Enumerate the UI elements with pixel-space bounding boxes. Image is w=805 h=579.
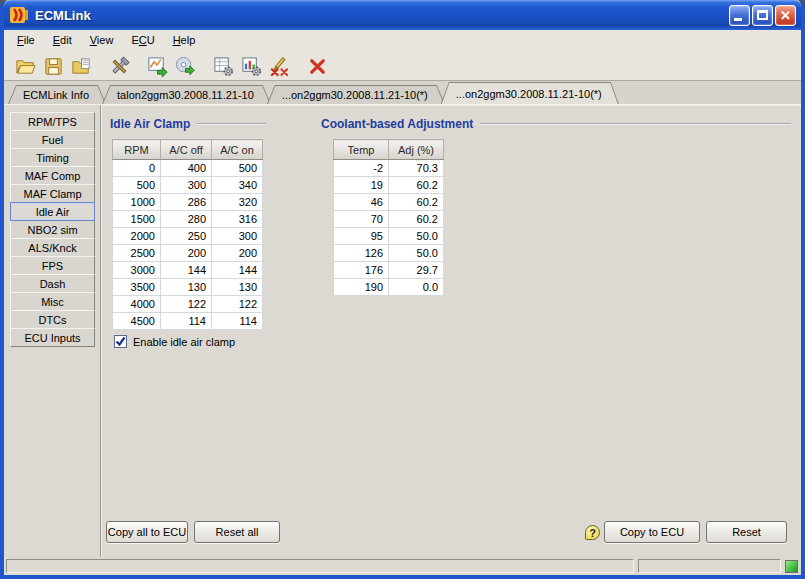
table-cell[interactable]: 114	[161, 313, 212, 330]
enable-idle-air-clamp-label[interactable]: Enable idle air clamp	[133, 336, 235, 348]
sidebar-nav: RPM/TPSFuelTimingMAF CompMAF ClampIdle A…	[4, 105, 101, 557]
copy-all-to-ecu-button[interactable]: Copy all to ECU	[106, 521, 188, 543]
table-cell[interactable]: 340	[212, 177, 263, 194]
datalog-settings-icon[interactable]	[210, 54, 236, 79]
table-cell[interactable]: 130	[161, 279, 212, 296]
sidebar-item-maf-comp[interactable]: MAF Comp	[10, 166, 95, 185]
sidebar-item-dtcs[interactable]: DTCs	[10, 310, 95, 329]
tools-icon[interactable]	[106, 54, 132, 79]
table-cell[interactable]: 114	[212, 313, 263, 330]
tab-label: ...on2ggm30.2008.11.21-10(*)	[442, 83, 618, 104]
table-cell[interactable]: 500	[212, 160, 263, 177]
clear-edits-icon[interactable]	[266, 54, 292, 79]
table-cell[interactable]: 46	[334, 194, 389, 211]
table-cell[interactable]: 3000	[113, 262, 161, 279]
enable-idle-air-clamp-checkbox[interactable]	[114, 335, 127, 348]
table-cell[interactable]: 4500	[113, 313, 161, 330]
open-file-icon[interactable]	[12, 54, 38, 79]
table-cell[interactable]: 70	[334, 211, 389, 228]
tab-3[interactable]: ...on2ggm30.2008.11.21-10(*)	[441, 82, 619, 104]
sidebar-item-fps[interactable]: FPS	[10, 256, 95, 275]
maximize-icon	[757, 10, 768, 20]
idle-air-clamp-table: RPMA/C offA/C on040050050030034010002863…	[112, 139, 263, 330]
table-cell[interactable]: 2000	[113, 228, 161, 245]
table-cell[interactable]: 200	[161, 245, 212, 262]
maximize-button[interactable]	[752, 5, 773, 26]
table-cell[interactable]: 29.7	[389, 262, 444, 279]
table-cell[interactable]: -2	[334, 160, 389, 177]
table-cell[interactable]: 0.0	[389, 279, 444, 296]
table-cell[interactable]: 70.3	[389, 160, 444, 177]
menu-edit[interactable]: Edit	[44, 30, 81, 51]
table-row: 1000286320	[113, 194, 263, 211]
sidebar-item-dash[interactable]: Dash	[10, 274, 95, 293]
table-cell[interactable]: 190	[334, 279, 389, 296]
menu-ecu[interactable]: ECU	[122, 30, 163, 51]
table-cell[interactable]: 19	[334, 177, 389, 194]
table-cell[interactable]: 95	[334, 228, 389, 245]
table-cell[interactable]: 60.2	[389, 194, 444, 211]
table-cell[interactable]: 400	[161, 160, 212, 177]
display-settings-icon[interactable]	[238, 54, 264, 79]
minimize-button[interactable]	[729, 5, 750, 26]
close-button[interactable]: ✕	[775, 5, 796, 26]
table-cell[interactable]: 1000	[113, 194, 161, 211]
sidebar-item-idle-air[interactable]: Idle Air	[10, 202, 95, 221]
table-cell[interactable]: 300	[161, 177, 212, 194]
table-cell[interactable]: 316	[212, 211, 263, 228]
tab-1[interactable]: talon2ggm30.2008.11.21-10	[102, 85, 271, 104]
sidebar-item-misc[interactable]: Misc	[10, 292, 95, 311]
table-cell[interactable]: 60.2	[389, 211, 444, 228]
table-cell[interactable]: 280	[161, 211, 212, 228]
table-row: 1960.2	[334, 177, 444, 194]
table-cell[interactable]: 200	[212, 245, 263, 262]
table-cell[interactable]: 130	[212, 279, 263, 296]
export-disc-icon[interactable]	[172, 54, 198, 79]
sidebar-item-maf-clamp[interactable]: MAF Clamp	[10, 184, 95, 203]
table-cell[interactable]: 1500	[113, 211, 161, 228]
table-cell[interactable]: 250	[161, 228, 212, 245]
save-as-icon[interactable]	[68, 54, 94, 79]
table-cell[interactable]: 50.0	[389, 228, 444, 245]
table-cell[interactable]: 50.0	[389, 245, 444, 262]
table-cell[interactable]: 320	[212, 194, 263, 211]
sidebar-item-als-knck[interactable]: ALS/Knck	[10, 238, 95, 257]
help-icon[interactable]: ?	[585, 525, 600, 540]
delete-icon[interactable]	[304, 54, 330, 79]
table-cell[interactable]: 4000	[113, 296, 161, 313]
reset-all-button[interactable]: Reset all	[194, 521, 280, 543]
sidebar-item-timing[interactable]: Timing	[10, 148, 95, 167]
table-row: 1900.0	[334, 279, 444, 296]
table-cell[interactable]: 0	[113, 160, 161, 177]
tab-2[interactable]: ...on2ggm30.2008.11.21-10(*)	[267, 85, 445, 104]
table-cell[interactable]: 500	[113, 177, 161, 194]
reset-button[interactable]: Reset	[706, 521, 787, 543]
table-cell[interactable]: 300	[212, 228, 263, 245]
sidebar-item-rpm-tps[interactable]: RPM/TPS	[10, 112, 95, 131]
table-cell[interactable]: 144	[212, 262, 263, 279]
menu-help[interactable]: Help	[164, 30, 205, 51]
table-cell[interactable]: 122	[161, 296, 212, 313]
table-cell[interactable]: 122	[212, 296, 263, 313]
sidebar-item-ecu-inputs[interactable]: ECU Inputs	[10, 328, 95, 347]
copy-to-ecu-button[interactable]: Copy to ECU	[604, 521, 700, 543]
coolant-adjustment-table: TempAdj (%)-270.31960.24660.27060.29550.…	[333, 139, 444, 296]
tab-0[interactable]: ECMLink Info	[8, 85, 106, 104]
export-image-icon[interactable]	[144, 54, 170, 79]
coolant-adjustment-title: Coolant-based Adjustment	[321, 117, 473, 131]
group-rule	[197, 123, 266, 125]
tab-label: talon2ggm30.2008.11.21-10	[103, 86, 270, 104]
table-cell[interactable]: 144	[161, 262, 212, 279]
menu-view[interactable]: View	[81, 30, 123, 51]
table-cell[interactable]: 3500	[113, 279, 161, 296]
table-cell[interactable]: 286	[161, 194, 212, 211]
table-cell[interactable]: 60.2	[389, 177, 444, 194]
save-file-icon[interactable]	[40, 54, 66, 79]
table-cell[interactable]: 176	[334, 262, 389, 279]
sidebar-item-nbo2-sim[interactable]: NBO2 sim	[10, 220, 95, 239]
table-cell[interactable]: 126	[334, 245, 389, 262]
table-cell[interactable]: 2500	[113, 245, 161, 262]
tab-page: RPM/TPSFuelTimingMAF CompMAF ClampIdle A…	[4, 104, 801, 557]
sidebar-item-fuel[interactable]: Fuel	[10, 130, 95, 149]
menu-file[interactable]: File	[8, 30, 44, 51]
